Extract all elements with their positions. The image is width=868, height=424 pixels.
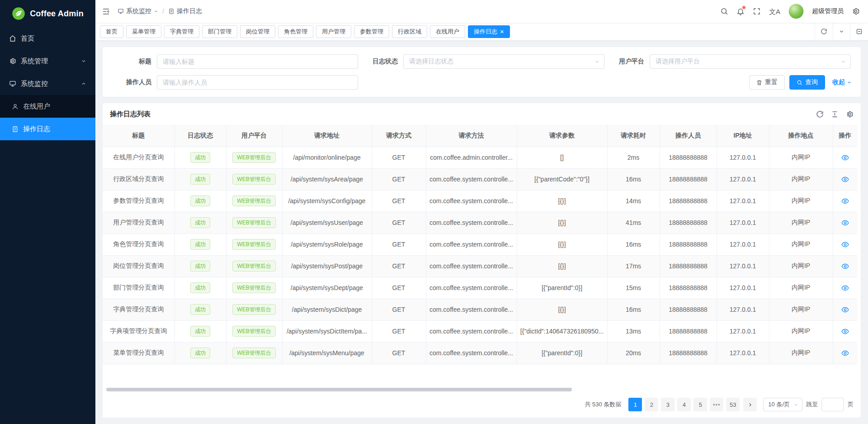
username[interactable]: 超级管理员 [812, 7, 844, 15]
tabs-options-icon[interactable] [850, 23, 868, 40]
tab-2[interactable]: 字典管理 [164, 25, 199, 38]
view-detail-eye-icon[interactable] [841, 328, 849, 335]
sidebar: Coffee Admin 首页 系统管理 系统监控 在线用户 操作日志 [0, 0, 95, 424]
page-53-button[interactable]: 53 [726, 398, 740, 411]
pagination: 共 530 条数据 12345•••53 10 条/页 跳至 页 [103, 395, 861, 418]
log-status-select[interactable]: 请选择日志状态 [403, 54, 604, 69]
tab-5[interactable]: 角色管理 [278, 25, 313, 38]
search-icon[interactable] [720, 7, 728, 15]
view-detail-eye-icon[interactable] [841, 219, 849, 227]
table-title: 操作日志列表 [110, 110, 151, 119]
tab-label: 字典管理 [170, 28, 193, 36]
chevron-down-icon [81, 58, 86, 64]
sidebar-collapse-icon[interactable] [102, 7, 110, 16]
translate-icon[interactable]: 文A [769, 8, 780, 15]
chevron-down-icon [594, 59, 599, 64]
tab-1[interactable]: 菜单管理 [126, 25, 161, 38]
column-header: 请求参数 [517, 125, 607, 147]
view-detail-eye-icon[interactable] [841, 197, 849, 205]
cell-ip-address: 127.0.0.1 [717, 190, 769, 212]
sidebar-item-system-monitor[interactable]: 系统监控 [0, 72, 95, 95]
tab-actions [815, 23, 868, 40]
pagination-pages: 12345•••53 [628, 398, 740, 411]
cell-action [833, 255, 857, 277]
jump-page-input[interactable] [821, 398, 844, 411]
column-settings-gear-icon[interactable] [846, 110, 854, 118]
pagination-more-icon[interactable]: ••• [710, 398, 723, 411]
view-detail-eye-icon[interactable] [841, 306, 849, 314]
tab-10[interactable]: 操作日志× [468, 25, 510, 38]
tab-6[interactable]: 用户管理 [316, 25, 351, 38]
page-5-button[interactable]: 5 [693, 398, 707, 411]
stretch-icon[interactable] [831, 110, 839, 118]
reset-button[interactable]: 重置 [749, 75, 785, 90]
cell-request-function: com.coffee.system.controlle... [426, 255, 517, 277]
cell-title: 角色管理分页查询 [103, 233, 175, 255]
view-detail-eye-icon[interactable] [841, 262, 849, 270]
chevron-down-icon[interactable] [833, 23, 850, 40]
horizontal-scrollbar-thumb[interactable] [106, 388, 572, 391]
refresh-icon[interactable] [815, 23, 833, 40]
cell-request-url: /api/system/sysDictItem/pa... [282, 320, 372, 342]
table-row: 部门管理分页查询成功WEB管理后台/api/system/sysDept/pag… [103, 277, 857, 299]
tab-8[interactable]: 行政区域 [392, 25, 427, 38]
cell-user-platform: WEB管理后台 [226, 233, 282, 255]
collapse-filters-link[interactable]: 收起 [832, 78, 852, 86]
title-input[interactable] [157, 54, 358, 69]
settings-gear-icon[interactable] [852, 7, 860, 15]
sidebar-item-online-users[interactable]: 在线用户 [0, 95, 95, 118]
tab-list: 首页菜单管理字典管理部门管理岗位管理角色管理用户管理参数管理行政区域在线用户操作… [100, 25, 815, 38]
cell-title: 行政区域分页查询 [103, 168, 175, 190]
user-platform-placeholder: 请选择用户平台 [656, 57, 700, 66]
cell-request-params: [{}] [517, 255, 607, 277]
cell-location: 内网IP [769, 233, 833, 255]
tab-9[interactable]: 在线用户 [430, 25, 465, 38]
search-icon [797, 80, 802, 86]
query-button[interactable]: 查询 [789, 75, 825, 90]
coffee-logo-icon [12, 7, 25, 20]
user-platform-select[interactable]: 请选择用户平台 [650, 54, 851, 69]
page-1-button[interactable]: 1 [628, 398, 642, 411]
breadcrumb-system-monitor[interactable]: 系统监控 [118, 7, 158, 15]
fullscreen-icon[interactable] [753, 7, 761, 15]
cell-request-duration: 16ms [607, 168, 660, 190]
tab-7[interactable]: 参数管理 [354, 25, 389, 38]
page-2-button[interactable]: 2 [645, 398, 658, 411]
table-row: 用户管理分页查询成功WEB管理后台/api/system/sysUser/pag… [103, 212, 857, 233]
sidebar-item-system-management[interactable]: 系统管理 [0, 50, 95, 72]
view-detail-eye-icon[interactable] [841, 154, 849, 162]
chevron-up-icon [81, 81, 86, 86]
tab-0[interactable]: 首页 [100, 25, 123, 38]
view-detail-eye-icon[interactable] [841, 176, 849, 183]
view-detail-eye-icon[interactable] [841, 284, 849, 292]
cell-ip-address: 127.0.0.1 [717, 255, 769, 277]
avatar[interactable] [788, 4, 804, 19]
page-4-button[interactable]: 4 [677, 398, 691, 411]
refresh-icon[interactable] [816, 110, 824, 118]
cell-operator: 18888888888 [660, 342, 717, 364]
cell-operator: 18888888888 [660, 212, 717, 233]
view-detail-eye-icon[interactable] [841, 241, 849, 248]
cell-request-duration: 16ms [607, 299, 660, 320]
tab-4[interactable]: 岗位管理 [240, 25, 275, 38]
cell-location: 内网IP [769, 147, 833, 168]
view-detail-eye-icon[interactable] [841, 349, 849, 357]
cell-request-url: /api/system/sysDict/page [282, 299, 372, 320]
next-page-button[interactable] [743, 398, 757, 411]
operator-input[interactable] [157, 75, 358, 90]
filter-panel: 标题 日志状态 请选择日志状态 用户平台 请选择用户平台 [103, 47, 861, 97]
tab-3[interactable]: 部门管理 [202, 25, 237, 38]
sidebar-item-home[interactable]: 首页 [0, 27, 95, 50]
notification-bell-icon[interactable] [736, 7, 745, 15]
close-icon[interactable]: × [500, 28, 504, 35]
table-row: 在线用户分页查询成功WEB管理后台/api/monitor/online/pag… [103, 147, 857, 168]
cell-request-duration: 13ms [607, 320, 660, 342]
cell-log-status: 成功 [175, 190, 226, 212]
page-size-select[interactable]: 10 条/页 [763, 398, 802, 411]
cell-location: 内网IP [769, 299, 833, 320]
cell-request-url: /api/system/sysConfig/page [282, 190, 372, 212]
page-3-button[interactable]: 3 [661, 398, 675, 411]
cell-title: 字典管理分页查询 [103, 299, 175, 320]
filter-label-log-status: 日志状态 [358, 57, 403, 66]
sidebar-item-operation-log[interactable]: 操作日志 [0, 118, 95, 140]
